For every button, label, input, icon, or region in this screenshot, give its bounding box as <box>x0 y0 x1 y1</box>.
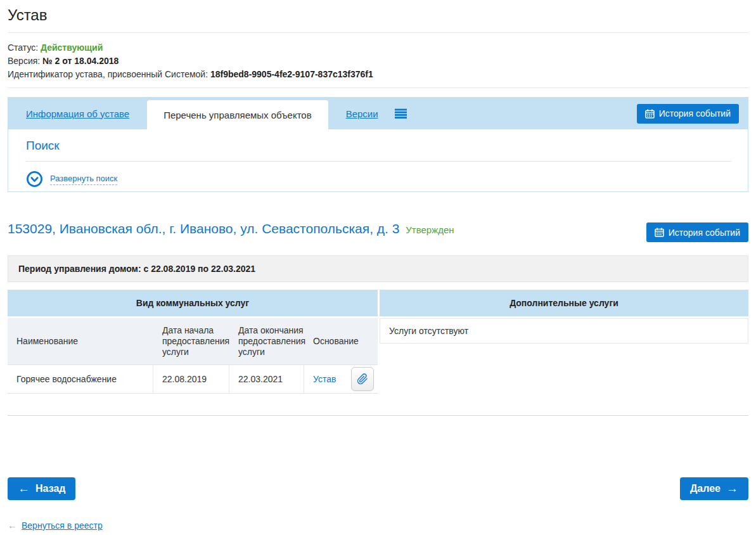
period-label: Период управления домом: <box>18 264 141 274</box>
divider <box>26 161 731 162</box>
status-label: Статус: <box>8 42 38 53</box>
communal-services-header: Вид коммунальных услуг <box>8 290 378 316</box>
charter-page: Устав Статус: Действующий Версия: № 2 от… <box>0 0 756 535</box>
service-basis-cell: Устав <box>304 365 378 393</box>
column-header-basis: Основание <box>304 318 378 364</box>
column-header-end-date: Дата окончания предоставления услуги <box>229 318 304 364</box>
object-title: 153029, Ивановская обл., г. Иваново, ул.… <box>8 221 454 236</box>
chevron-down-circle-icon[interactable] <box>26 171 43 188</box>
status-line: Статус: Действующий <box>8 41 748 55</box>
table-header-row: Наименование Дата начала предоставления … <box>8 318 378 364</box>
identifier-value: 18f9bed8-9905-4fe2-9107-837c13f376f1 <box>210 69 373 79</box>
arrow-right-icon: → <box>726 482 738 494</box>
charter-meta: Статус: Действующий Версия: № 2 от 18.04… <box>8 41 748 81</box>
history-events-label: История событий <box>659 108 731 119</box>
management-period-bar: Период управления домом: с 22.08.2019 по… <box>8 255 748 282</box>
paperclip-icon <box>357 373 368 385</box>
additional-services-table: Дополнительные услуги Услуги отсутствуют <box>380 290 748 394</box>
next-button-label: Далее <box>690 483 721 494</box>
object-history-events-label: История событий <box>669 228 740 238</box>
attachment-button[interactable] <box>351 367 374 391</box>
services-tables: Вид коммунальных услуг Наименование Дата… <box>8 290 748 394</box>
navigation-buttons: ← Назад Далее → <box>8 477 748 500</box>
calendar-icon <box>655 228 664 237</box>
charter-tabs-panel: Информация об уставе Перечень управляемы… <box>8 97 748 192</box>
column-header-name: Наименование <box>8 318 153 364</box>
identifier-label: Идентификатор устава, присвоенный Систем… <box>8 69 208 79</box>
back-button[interactable]: ← Назад <box>8 477 75 500</box>
additional-services-empty: Услуги отсутствуют <box>380 318 748 344</box>
return-to-registry-link[interactable]: Вернуться в реестр <box>22 520 103 531</box>
arrow-left-icon: ← <box>18 482 30 494</box>
return-row: ← Вернуться в реестр <box>8 520 748 531</box>
basis-charter-link[interactable]: Устав <box>313 374 336 384</box>
service-end-cell: 22.03.2021 <box>229 365 304 393</box>
object-header: 153029, Ивановская обл., г. Иваново, ул.… <box>8 221 748 242</box>
tab-charter-info[interactable]: Информация об уставе <box>26 108 129 119</box>
next-button[interactable]: Далее → <box>680 477 748 500</box>
tab-bar: Информация об уставе Перечень управляемы… <box>8 98 748 129</box>
search-panel: Поиск Развернуть поиск <box>8 129 748 188</box>
version-label: Версия: <box>8 56 40 66</box>
status-value: Действующий <box>41 42 103 53</box>
page-title: Устав <box>8 5 748 24</box>
tab-managed-objects[interactable]: Перечень управляемых объектов <box>147 100 328 129</box>
divider <box>8 415 748 416</box>
object-status-badge: Утвержден <box>406 224 454 235</box>
service-start-cell: 22.08.2019 <box>153 365 229 393</box>
divider <box>8 87 748 88</box>
divider <box>8 32 748 33</box>
additional-services-header: Дополнительные услуги <box>380 290 748 316</box>
period-value: с 22.08.2019 по 22.03.2021 <box>143 264 255 274</box>
object-address: 153029, Ивановская обл., г. Иваново, ул.… <box>8 221 399 236</box>
version-line: Версия: № 2 от 18.04.2018 <box>8 55 748 68</box>
tab-managed-objects-label: Перечень управляемых объектов <box>163 110 312 120</box>
expand-search-link[interactable]: Развернуть поиск <box>50 174 117 185</box>
expand-search-row: Развернуть поиск <box>26 171 731 188</box>
service-name-cell: Горячее водоснабжение <box>8 365 153 393</box>
identifier-line: Идентификатор устава, присвоенный Систем… <box>8 68 748 81</box>
version-value: № 2 от 18.04.2018 <box>42 56 119 66</box>
communal-services-table: Вид коммунальных услуг Наименование Дата… <box>8 290 378 394</box>
history-events-button[interactable]: История событий <box>637 104 739 124</box>
search-title: Поиск <box>26 139 731 153</box>
tabs-menu-icon[interactable] <box>395 108 407 119</box>
object-history-events-button[interactable]: История событий <box>646 222 748 242</box>
column-header-start-date: Дата начала предоставления услуги <box>153 318 229 364</box>
back-button-label: Назад <box>35 483 65 494</box>
arrow-left-icon: ← <box>8 520 17 531</box>
tab-versions[interactable]: Версии <box>346 108 378 119</box>
table-row: Горячее водоснабжение 22.08.2019 22.03.2… <box>8 364 378 394</box>
calendar-icon <box>645 109 655 119</box>
hamburger-icon <box>395 108 407 119</box>
